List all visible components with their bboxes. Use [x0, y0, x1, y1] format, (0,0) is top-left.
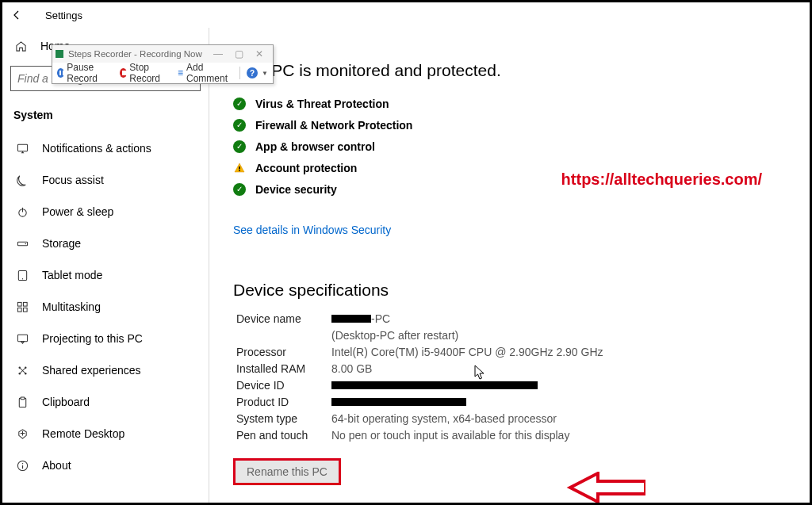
svg-rect-10: [23, 308, 27, 312]
warning-icon: [233, 162, 246, 174]
sidebar: Home System Notifications & actions Focu…: [2, 28, 209, 503]
sidebar-item-label: Storage: [42, 237, 81, 250]
sidebar-item-tablet-mode[interactable]: Tablet mode: [10, 259, 201, 291]
pause-icon: [57, 68, 64, 78]
minimize-button[interactable]: —: [208, 48, 228, 59]
multitasking-icon: [15, 301, 29, 313]
svg-point-19: [21, 462, 23, 464]
sidebar-item-label: Shared experiences: [42, 364, 141, 377]
sidebar-item-notifications[interactable]: Notifications & actions: [10, 132, 201, 164]
content-pane: Your PC is monitored and protected. ✓ Vi…: [209, 28, 810, 503]
spec-processor: Processor Intel(R) Core(TM) i5-9400F CPU…: [236, 344, 786, 361]
storage-icon: [15, 238, 29, 250]
spec-value: [331, 394, 786, 411]
spec-key: Pen and touch: [236, 427, 331, 444]
spec-key: System type: [236, 411, 331, 427]
sidebar-item-shared-experiences[interactable]: Shared experiences: [10, 354, 201, 386]
remote-desktop-icon: [15, 428, 29, 440]
spec-value: -PC: [331, 311, 786, 327]
sidebar-item-storage[interactable]: Storage: [10, 228, 201, 259]
svg-point-6: [21, 278, 22, 279]
sidebar-item-projecting[interactable]: Projecting to this PC: [10, 323, 201, 354]
redacted-text: [331, 398, 466, 406]
shared-experiences-icon: [15, 365, 29, 377]
spec-key: Product ID: [236, 394, 331, 411]
recorder-app-icon: [56, 50, 63, 58]
sidebar-item-label: Focus assist: [42, 174, 104, 186]
side-group-title: System: [10, 105, 201, 132]
focus-assist-icon: [15, 174, 29, 186]
check-icon: ✓: [233, 140, 246, 153]
rename-pc-button[interactable]: Rename this PC: [233, 458, 341, 485]
status-label: Account protection: [255, 162, 357, 174]
help-button[interactable]: ? ▼: [245, 67, 270, 78]
steps-recorder-window[interactable]: Steps Recorder - Recording Now — ▢ ✕ Pau…: [52, 44, 274, 84]
device-specs-title: Device specifications: [233, 281, 786, 300]
projecting-icon: [15, 333, 29, 345]
sidebar-item-focus-assist[interactable]: Focus assist: [10, 164, 201, 196]
svg-point-4: [25, 243, 26, 244]
svg-rect-17: [21, 396, 25, 399]
spec-product-id: Product ID: [236, 394, 786, 411]
svg-point-13: [25, 366, 26, 368]
sidebar-item-power-sleep[interactable]: Power & sleep: [10, 196, 201, 228]
notifications-icon: [15, 143, 29, 155]
recorder-toolbar: Pause Record Stop Record ≡ Add Comment ?…: [52, 63, 273, 83]
spec-value: Intel(R) Core(TM) i5-9400F CPU @ 2.90GHz…: [331, 344, 786, 361]
separator: [239, 67, 240, 79]
pause-record-button[interactable]: Pause Record: [56, 62, 115, 84]
sidebar-item-multitasking[interactable]: Multitasking: [10, 291, 201, 323]
status-label: App & browser control: [255, 140, 375, 153]
spec-device-id: Device ID: [236, 377, 786, 394]
recorder-titlebar[interactable]: Steps Recorder - Recording Now — ▢ ✕: [52, 45, 273, 63]
svg-point-12: [18, 366, 20, 368]
svg-rect-7: [17, 302, 21, 306]
spec-value: 64-bit operating system, x64-based proce…: [331, 411, 786, 427]
sidebar-item-label: Clipboard: [42, 396, 90, 408]
check-icon: ✓: [233, 183, 246, 196]
power-icon: [15, 206, 29, 218]
status-firewall: ✓ Firewall & Network Protection: [233, 114, 786, 136]
check-icon: ✓: [233, 119, 246, 132]
tablet-icon: [15, 270, 29, 281]
clipboard-icon: [15, 396, 29, 408]
sidebar-item-clipboard[interactable]: Clipboard: [10, 386, 201, 418]
spec-key: Installed RAM: [236, 361, 331, 377]
sidebar-item-about[interactable]: About: [10, 450, 201, 481]
sidebar-item-label: Notifications & actions: [42, 142, 151, 155]
watermark-text: https://alltechqueries.com/: [561, 170, 762, 189]
windows-security-link[interactable]: See details in Windows Security: [233, 224, 391, 236]
back-button[interactable]: [10, 9, 23, 21]
svg-rect-8: [23, 302, 27, 306]
spec-device-name: Device name -PC: [236, 311, 786, 327]
close-button[interactable]: ✕: [249, 48, 270, 59]
sidebar-item-label: Power & sleep: [42, 205, 113, 218]
spec-ram: Installed RAM 8.00 GB: [236, 361, 786, 377]
svg-point-15: [25, 373, 26, 374]
spec-device-name-note: (Desktop-PC after restart): [236, 327, 786, 344]
recorder-title-text: Steps Recorder - Recording Now: [68, 49, 208, 59]
spec-pen-touch: Pen and touch No pen or touch input is a…: [236, 427, 786, 444]
status-label: Firewall & Network Protection: [255, 119, 412, 132]
status-virus: ✓ Virus & Threat Protection: [233, 93, 786, 114]
maximize-button[interactable]: ▢: [228, 48, 249, 59]
status-label: Device security: [255, 183, 337, 196]
svg-rect-1: [17, 144, 27, 151]
check-icon: ✓: [233, 98, 246, 110]
sidebar-item-remote-desktop[interactable]: Remote Desktop: [10, 418, 201, 450]
stop-record-button[interactable]: Stop Record: [118, 62, 172, 84]
callout-arrow-icon: [566, 472, 645, 503]
sidebar-item-label: Multitasking: [42, 300, 101, 313]
svg-rect-9: [17, 308, 21, 312]
chevron-down-icon: ▼: [262, 70, 268, 77]
stop-icon: [120, 68, 127, 78]
svg-rect-21: [239, 170, 240, 171]
titlebar: Settings: [2, 2, 810, 28]
home-icon: [13, 40, 28, 52]
spec-value: [331, 377, 786, 394]
sidebar-item-label: Remote Desktop: [42, 427, 124, 440]
add-comment-icon: ≡: [177, 68, 184, 78]
spec-value-note: (Desktop-PC after restart): [331, 327, 786, 344]
spec-key: Processor: [236, 344, 331, 361]
add-comment-button[interactable]: ≡ Add Comment: [175, 62, 236, 84]
